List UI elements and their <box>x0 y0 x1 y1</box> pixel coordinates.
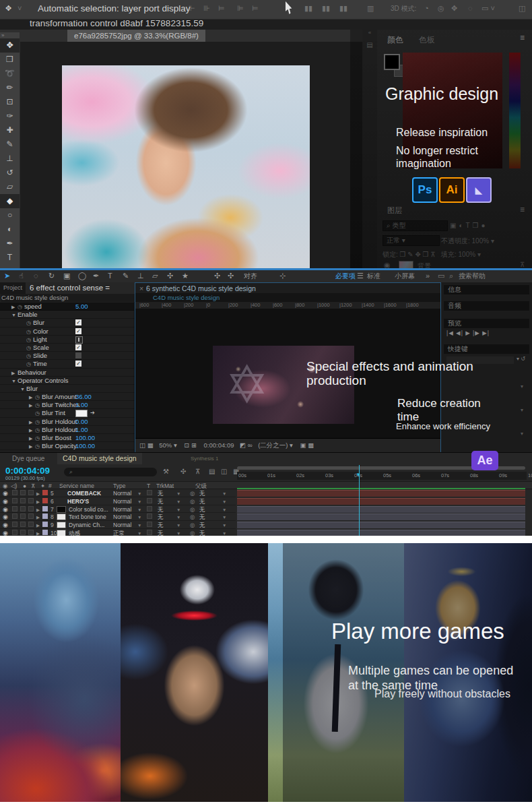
tab-layers[interactable]: 图层 <box>387 206 402 216</box>
eye-icon[interactable]: ◉ <box>3 498 8 505</box>
view-select[interactable]: ▭ ˅ <box>481 4 495 13</box>
ae-prop-blur[interactable]: ▼Blur <box>0 385 135 393</box>
stopwatch-icon[interactable]: ◷ <box>35 435 40 441</box>
distribute-right-icon[interactable]: ▮▮ <box>339 4 347 13</box>
ae-prop-blur-twitches[interactable]: ▶◷Blur Twitches1.00 <box>0 401 135 409</box>
tab-render-queue[interactable]: Dye queue <box>7 453 50 464</box>
more-workspaces-icon[interactable]: » <box>426 272 430 280</box>
trkmat-dropdown-icon[interactable]: ▼ <box>176 507 180 512</box>
axis-mode-icon-2[interactable]: ✣ <box>228 272 234 280</box>
audio-toggle[interactable] <box>12 513 18 519</box>
solo-toggle[interactable] <box>20 498 26 503</box>
stopwatch-icon[interactable]: ◷ <box>26 329 31 335</box>
twirl-icon[interactable]: ▶ <box>11 369 18 377</box>
channels-icon[interactable]: ▦ <box>147 441 154 449</box>
timeline-layer-row[interactable]: ◉ ▶ 8 Text bone tone Normal ▼ 无 ▼ ◎ 无 ▼ <box>0 513 236 521</box>
zoom-level[interactable]: 50% <box>159 441 172 449</box>
blend-mode[interactable]: Normal <box>113 490 131 497</box>
pickwhip-icon[interactable]: ◎ <box>190 530 195 536</box>
history-panel-icon[interactable]: ▤ <box>362 41 377 49</box>
twirl-icon[interactable]: ▶ <box>29 418 35 427</box>
checkbox-checked[interactable]: ✓ <box>75 361 81 367</box>
dodge-tool[interactable]: ◐ <box>0 222 20 237</box>
property-value[interactable]: 100.00 <box>75 442 95 450</box>
zoom-tool-icon[interactable]: ◌ <box>34 272 38 280</box>
trkmat-dropdown-icon[interactable]: ▼ <box>176 515 180 520</box>
stopwatch-icon[interactable]: ◷ <box>35 394 40 400</box>
twirl-icon[interactable]: ▶ <box>29 402 35 410</box>
twirl-icon[interactable]: ▼ <box>11 311 18 319</box>
layer-duration-bar[interactable] <box>237 490 525 497</box>
marquee-tool[interactable]: ❒ <box>0 53 20 67</box>
pickwhip-icon[interactable]: ◎ <box>190 522 195 528</box>
layer-name[interactable]: COMEBACK <box>67 490 101 497</box>
collapse-toolbar-icon[interactable]: » <box>0 32 20 38</box>
zoom-dropdown-icon[interactable]: ▾ <box>174 441 177 449</box>
ae-prop-behaviour[interactable]: ▶Behaviour <box>0 369 135 377</box>
trkmat-dropdown-icon[interactable]: ▼ <box>176 523 180 528</box>
ae-prop-color[interactable]: ◷Color✓ <box>0 328 135 336</box>
timeline-layer-row[interactable]: ◉ ▶ 10 动感 正常 ▼ 无 ▼ ◎ 无 ▼ <box>0 529 236 536</box>
parent-dropdown-icon[interactable]: ▼ <box>222 507 226 512</box>
lock-toggle[interactable] <box>28 522 34 527</box>
ae-prop-blur-opacity[interactable]: ▶◷Blur Opacity100.00 <box>0 442 135 450</box>
dropdown-icon[interactable]: ▾ ↺ <box>517 356 525 362</box>
media-encoder-app-icon[interactable]: ◣ <box>466 177 492 203</box>
eye-icon[interactable]: ◉ <box>3 530 8 536</box>
current-timecode[interactable]: 0:00:04:09 <box>204 441 234 449</box>
stopwatch-icon[interactable]: ◷ <box>35 410 40 416</box>
trkmat-dropdown-icon[interactable]: ▼ <box>176 531 180 536</box>
brush-tool-icon[interactable]: ✎ <box>123 272 129 280</box>
opacity-field[interactable]: 不透明度: 100% ▾ <box>441 237 494 246</box>
layer-name[interactable]: 背景 <box>418 261 431 268</box>
trkmat-value[interactable]: 无 <box>158 530 164 536</box>
audio-toggle[interactable] <box>12 522 18 527</box>
align-center-icon[interactable]: ⊪ <box>203 4 210 13</box>
type-tool[interactable]: T <box>0 251 20 265</box>
ae-prop-blur-holdout[interactable]: ▶◷Blur Holdout0.00 <box>0 418 135 426</box>
t-switch[interactable] <box>147 498 152 503</box>
property-value[interactable]: 5.00 <box>75 303 88 311</box>
mode-dropdown-icon[interactable]: ▼ <box>137 507 141 512</box>
eyedropper-tool[interactable]: ✑ <box>0 109 20 123</box>
timeline-ruler[interactable]: 00s01s02s03s04s05s06s07s08s09s10s <box>237 472 527 480</box>
timeline-timecode[interactable]: 0:00:04:09 <box>5 466 50 476</box>
dolly-icon[interactable]: ✥ <box>451 4 457 13</box>
pan-3d-icon[interactable]: ◎ <box>438 4 444 13</box>
resolution-select[interactable]: (二分之一) <box>258 441 288 449</box>
ae-prop-light[interactable]: ◷Light <box>0 336 135 344</box>
twirl-icon[interactable]: ▶ <box>29 443 35 451</box>
motion-blur-icon[interactable]: ◫ <box>221 468 227 475</box>
close-tab-icon[interactable]: × <box>139 284 143 292</box>
stopwatch-icon[interactable]: ◷ <box>18 304 22 310</box>
group-align-icon[interactable]: ▥ <box>367 4 374 13</box>
ae-prop-scale[interactable]: ◷Scale✓ <box>0 344 135 352</box>
property-value[interactable]: 1.00 <box>75 401 88 409</box>
t-switch[interactable] <box>147 522 152 527</box>
layer-name[interactable]: Color solid co... <box>69 506 108 513</box>
mode-dropdown-icon[interactable]: ▼ <box>137 499 141 504</box>
illustrator-app-icon[interactable]: Ai <box>439 177 465 203</box>
mode-column-label[interactable]: Type <box>113 482 125 489</box>
pen-tool[interactable]: ✒ <box>0 237 20 251</box>
chevron-down-icon[interactable]: ˅ <box>18 4 22 12</box>
parent-value[interactable]: 无 <box>199 530 205 536</box>
workspace-tab-standard[interactable]: 标准 <box>367 272 380 281</box>
twirl-icon[interactable]: ▶ <box>11 303 18 311</box>
t-switch[interactable] <box>147 490 152 495</box>
clone-stamp-tool[interactable]: ⊥ <box>0 152 20 166</box>
share-icon[interactable]: ◫ <box>519 4 525 13</box>
snapshot-icon[interactable]: ◫ <box>139 441 145 449</box>
lock-toggle[interactable] <box>28 498 34 503</box>
ae-prop-enable[interactable]: ▼Enable <box>0 311 135 319</box>
mode-dropdown-icon[interactable]: ▼ <box>137 531 141 536</box>
stopwatch-icon[interactable]: ◷ <box>35 427 40 433</box>
audio-toggle[interactable] <box>12 530 18 535</box>
crop-tool[interactable]: ⊡ <box>0 95 20 109</box>
layer-label-color[interactable] <box>42 522 48 527</box>
parent-dropdown-icon[interactable]: ▼ <box>222 523 226 528</box>
workspace-tab-essentials[interactable]: 必要项 <box>335 272 356 281</box>
expand-arrow-icon[interactable]: ▶ <box>36 515 40 520</box>
parent-dropdown-icon[interactable]: ▼ <box>222 491 226 496</box>
blend-mode[interactable]: Normal <box>113 522 131 528</box>
